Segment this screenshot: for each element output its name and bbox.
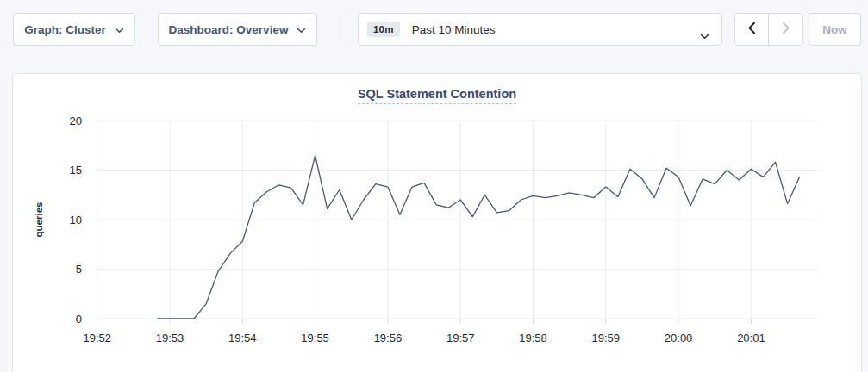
x-tick-label: 19:56 (374, 332, 403, 344)
dashboard-dropdown-label: Dashboard: Overview (169, 23, 289, 36)
chevron-down-icon (297, 23, 306, 36)
chart-panel: SQL Statement Contention 0510152019:5219… (12, 73, 862, 372)
graph-dropdown-label: Graph: Cluster (24, 23, 106, 36)
x-tick-label: 19:57 (446, 332, 475, 344)
chevron-down-icon (700, 28, 709, 43)
graph-dropdown[interactable]: Graph: Cluster (13, 13, 135, 46)
time-nav-group (734, 13, 803, 46)
prev-time-button[interactable] (735, 14, 769, 45)
toolbar-divider (340, 13, 340, 46)
x-tick-label: 19:55 (301, 332, 329, 344)
x-tick-label: 19:53 (156, 332, 184, 344)
page: Graph: Cluster Dashboard: Overview 10m P… (0, 0, 868, 372)
y-tick-label: 20 (70, 115, 82, 127)
y-tick-label: 5 (76, 263, 82, 276)
x-tick-label: 19:58 (519, 332, 547, 344)
x-tick-label: 19:52 (83, 332, 111, 344)
time-range-badge: 10m (367, 22, 400, 37)
x-tick-label: 19:54 (228, 332, 257, 344)
x-tick-label: 20:00 (665, 332, 693, 344)
chevron-left-icon (747, 22, 756, 37)
chevron-down-icon (115, 23, 124, 36)
y-tick-label: 0 (76, 313, 82, 326)
now-button[interactable]: Now (809, 13, 861, 46)
time-range-selector[interactable]: 10m Past 10 Minutes (358, 13, 722, 46)
x-tick-label: 19:59 (592, 332, 621, 344)
next-time-button[interactable] (769, 14, 802, 45)
chevron-right-icon (782, 22, 790, 37)
line-chart: 0510152019:5219:5319:5419:5519:5619:5719… (13, 74, 863, 367)
toolbar: Graph: Cluster Dashboard: Overview 10m P… (0, 0, 868, 59)
dashboard-dropdown[interactable]: Dashboard: Overview (158, 13, 317, 46)
y-tick-label: 15 (70, 164, 82, 177)
x-tick-label: 20:01 (737, 332, 765, 344)
y-tick-label: 10 (70, 214, 82, 226)
y-axis-label: queries (34, 202, 44, 238)
time-range-label: Past 10 Minutes (412, 23, 496, 36)
series-line (158, 155, 800, 319)
